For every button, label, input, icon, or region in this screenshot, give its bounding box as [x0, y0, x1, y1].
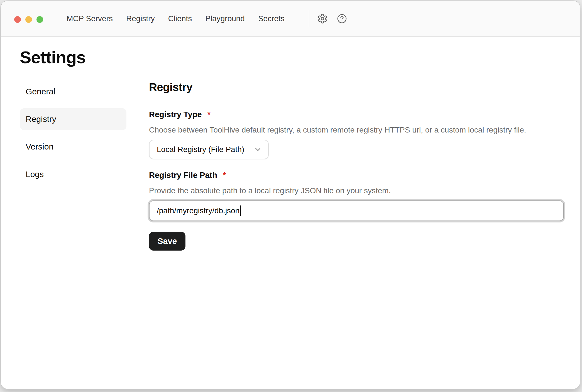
titlebar-divider — [309, 10, 309, 27]
registry-file-path-input[interactable]: /path/myregistry/db.json — [149, 200, 564, 221]
required-asterisk: * — [223, 170, 226, 180]
sidebar-item-version[interactable]: Version — [20, 136, 126, 158]
chevron-down-icon — [254, 145, 262, 154]
titlebar-actions — [309, 1, 348, 36]
registry-type-select-value: Local Registry (File Path) — [157, 145, 244, 154]
nav-tab-clients[interactable]: Clients — [168, 14, 192, 23]
minimize-button[interactable] — [25, 16, 32, 23]
traffic-lights — [14, 16, 43, 23]
sidebar-item-logs[interactable]: Logs — [20, 163, 126, 185]
help-button[interactable] — [336, 12, 348, 25]
app-window: MCP Servers Registry Clients Playground … — [1, 1, 580, 389]
sidebar-item-registry[interactable]: Registry — [20, 108, 126, 130]
registry-type-label: Registry Type — [149, 109, 202, 120]
registry-type-select[interactable]: Local Registry (File Path) — [149, 140, 269, 159]
page-title: Settings — [20, 49, 86, 66]
settings-gear-button[interactable] — [316, 12, 329, 25]
save-button[interactable]: Save — [149, 232, 185, 251]
nav-tab-mcp-servers[interactable]: MCP Servers — [67, 14, 113, 23]
settings-sidebar: General Registry Version Logs — [20, 81, 126, 191]
zoom-button[interactable] — [36, 16, 43, 23]
registry-file-path-label: Registry File Path — [149, 170, 217, 180]
titlebar: MCP Servers Registry Clients Playground … — [1, 1, 580, 37]
required-asterisk: * — [207, 109, 211, 120]
close-button[interactable] — [14, 16, 21, 23]
text-caret — [240, 205, 241, 216]
registry-file-path-description: Provide the absolute path to a local reg… — [149, 185, 564, 196]
registry-file-path-value: /path/myregistry/db.json — [157, 206, 239, 215]
nav-tab-playground[interactable]: Playground — [205, 14, 245, 23]
gear-icon — [317, 13, 328, 24]
nav-tab-secrets[interactable]: Secrets — [258, 14, 285, 23]
top-nav: MCP Servers Registry Clients Playground … — [67, 1, 285, 36]
section-heading: Registry — [149, 81, 564, 94]
registry-type-description: Choose between ToolHive default registry… — [149, 125, 564, 135]
help-icon — [337, 14, 347, 24]
registry-settings-panel: Registry Registry Type * Choose between … — [149, 81, 564, 251]
nav-tab-registry[interactable]: Registry — [126, 14, 155, 23]
sidebar-item-general[interactable]: General — [20, 81, 126, 102]
